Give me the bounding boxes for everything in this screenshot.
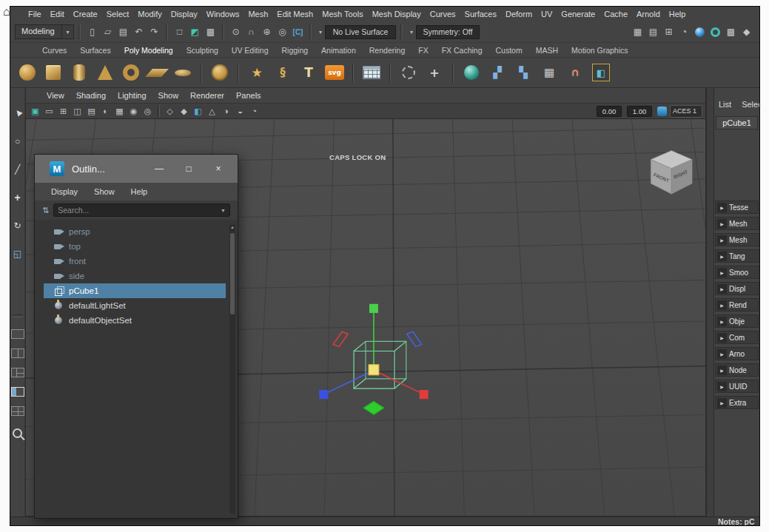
menu-set-dropdown[interactable]: Modeling ▾ bbox=[15, 24, 74, 39]
ae-section-header[interactable]: ▶ Tesse bbox=[715, 201, 759, 214]
outliner-menu-item[interactable]: Display bbox=[51, 187, 94, 196]
exposure-field[interactable]: 0.00 bbox=[597, 106, 622, 117]
panel-menu-item[interactable]: Show bbox=[152, 91, 185, 100]
curve-spiral-icon[interactable]: § bbox=[272, 59, 294, 86]
shelf-tab[interactable]: MASH bbox=[529, 46, 565, 55]
shelf-tab[interactable]: Curves bbox=[36, 46, 73, 55]
panel-menu-item[interactable]: Renderer bbox=[184, 91, 230, 100]
select-component-icon[interactable]: ▩ bbox=[204, 25, 218, 39]
combine-icon[interactable]: ▞ bbox=[486, 59, 508, 86]
menu-item[interactable]: Mesh Display bbox=[368, 10, 426, 18]
shelf-separator[interactable] bbox=[198, 59, 205, 86]
expand-arrow-icon[interactable]: ▶ bbox=[717, 317, 727, 326]
menu-item[interactable]: Arnold bbox=[632, 10, 665, 18]
center-pivot-icon[interactable]: + bbox=[423, 59, 446, 86]
yz-plane-handle[interactable] bbox=[333, 331, 348, 346]
ae-section-header[interactable]: ▶ Tang bbox=[715, 249, 759, 263]
expand-arrow-icon[interactable]: ▶ bbox=[717, 382, 727, 391]
x-axis-handle[interactable] bbox=[379, 373, 420, 392]
poly-disc-icon[interactable] bbox=[172, 59, 194, 86]
ae-section-header[interactable]: ▶ Mesh bbox=[715, 217, 759, 230]
wireframe-mode-icon[interactable]: ◇ bbox=[164, 105, 176, 118]
shelf-tab[interactable]: Custom bbox=[489, 46, 529, 55]
gate-mask-icon[interactable]: ◐ bbox=[99, 105, 112, 118]
view-transform-field[interactable]: ACES 1 bbox=[670, 105, 702, 118]
resolution-gate-icon[interactable]: ▤ bbox=[85, 105, 98, 118]
svg-tool-icon[interactable]: svg bbox=[323, 59, 346, 86]
outliner-item-defaultlightset[interactable]: defaultLightSet bbox=[44, 298, 226, 313]
shelf-tab[interactable]: Rigging bbox=[275, 46, 315, 55]
outliner-item-top[interactable]: top bbox=[44, 239, 226, 254]
symmetry-field[interactable]: Symmetry: Off bbox=[416, 25, 480, 39]
menu-item[interactable]: Create bbox=[69, 10, 102, 18]
lattice-icon[interactable]: ▦ bbox=[538, 59, 560, 86]
center-handle[interactable] bbox=[369, 365, 379, 375]
panel-menu-item[interactable]: Panels bbox=[230, 91, 267, 100]
shaded-mode-icon[interactable]: ◆ bbox=[178, 105, 190, 118]
shelf-tab[interactable]: Animation bbox=[315, 46, 363, 55]
chevron-down-icon[interactable]: ▾ bbox=[61, 25, 73, 38]
quick-render-icon[interactable]: ▤ bbox=[646, 25, 660, 39]
light-editor-icon[interactable]: ◆ bbox=[739, 25, 753, 39]
motion-blur-icon[interactable]: ◔ bbox=[248, 105, 261, 118]
ae-section-header[interactable]: ▶ Mesh bbox=[715, 233, 759, 246]
outliner-window[interactable]: M Outlin... —□× DisplayShowHelp ⇅ Search… bbox=[34, 154, 238, 519]
lasso-tool-icon[interactable]: ○ bbox=[12, 135, 24, 147]
home-icon[interactable]: ⌂ bbox=[3, 5, 10, 18]
sculpt-sphere-icon[interactable] bbox=[209, 59, 231, 86]
layout-three-pane-button[interactable] bbox=[11, 368, 24, 377]
ae-section-header[interactable]: ▶ Rend bbox=[715, 298, 759, 312]
view-cube[interactable]: FRONT RIGHT bbox=[651, 150, 692, 194]
safe-action-icon[interactable]: ◉ bbox=[127, 105, 140, 118]
gamma-field[interactable]: 1.00 bbox=[627, 106, 652, 117]
z-axis-tip[interactable] bbox=[319, 390, 328, 399]
ae-section-header[interactable]: ▶ Smoo bbox=[715, 266, 759, 279]
menu-item[interactable]: Edit bbox=[46, 10, 69, 18]
ae-section-header[interactable]: ▶ Extra bbox=[715, 396, 759, 409]
ae-section-header[interactable]: ▶ UUID bbox=[715, 380, 759, 393]
safe-title-icon[interactable]: ◎ bbox=[141, 105, 154, 118]
x-axis-tip[interactable] bbox=[420, 390, 429, 399]
expand-arrow-icon[interactable]: ▶ bbox=[717, 300, 727, 310]
expand-arrow-icon[interactable]: ▶ bbox=[717, 398, 727, 408]
hypershade-icon[interactable]: ▩ bbox=[724, 25, 738, 39]
render-sphere-icon[interactable] bbox=[693, 25, 707, 39]
outliner-item-side[interactable]: side bbox=[44, 269, 226, 283]
render-settings-icon[interactable]: ◔ bbox=[677, 25, 691, 39]
undo-icon[interactable]: ↶ bbox=[132, 25, 146, 39]
menu-item[interactable]: Windows bbox=[202, 10, 244, 18]
menu-item[interactable]: Modify bbox=[133, 10, 166, 18]
poly-plane-icon[interactable] bbox=[146, 59, 168, 86]
shelf-tab[interactable]: Poly Modeling bbox=[118, 46, 180, 55]
snap-to-grid-icon[interactable]: ⊙ bbox=[229, 25, 243, 39]
outliner-titlebar[interactable]: M Outlin... —□× bbox=[35, 155, 238, 183]
menu-item[interactable]: Display bbox=[167, 10, 202, 18]
active-tool-icon[interactable]: ◧ bbox=[590, 59, 612, 86]
panel-menu-item[interactable]: Lighting bbox=[112, 91, 152, 100]
curve-star-icon[interactable]: ★ bbox=[246, 59, 268, 86]
maximize-button[interactable]: □ bbox=[183, 164, 195, 174]
ao-icon[interactable]: ◒ bbox=[234, 105, 246, 118]
magnet-snap-icon[interactable]: ∩ bbox=[564, 59, 586, 86]
outliner-item-front[interactable]: front bbox=[44, 254, 226, 269]
minimize-button[interactable]: — bbox=[153, 164, 165, 174]
search-input[interactable]: Search... ▼ bbox=[53, 203, 230, 217]
shelf-tab[interactable]: FX Caching bbox=[435, 46, 489, 55]
outliner-menu-item[interactable]: Show bbox=[94, 187, 131, 196]
xz-plane-handle[interactable] bbox=[363, 401, 384, 414]
ae-node-tab[interactable]: pCube1 bbox=[716, 116, 758, 129]
menu-item[interactable]: Surfaces bbox=[460, 10, 501, 18]
shelf-separator[interactable] bbox=[235, 59, 242, 86]
xy-plane-handle[interactable] bbox=[407, 331, 422, 346]
ipr-render-icon[interactable]: ⊞ bbox=[662, 25, 676, 39]
menu-item[interactable]: UV bbox=[537, 10, 557, 18]
menu-item[interactable]: Deform bbox=[501, 10, 537, 18]
layout-outliner-persp-button[interactable] bbox=[11, 387, 24, 397]
expand-arrow-icon[interactable]: ▶ bbox=[717, 235, 727, 245]
select-hierarchy-icon[interactable]: □ bbox=[172, 25, 187, 39]
selected-view-icon[interactable]: ▣ bbox=[29, 105, 41, 118]
ae-menu-item[interactable]: List bbox=[719, 100, 731, 109]
expand-arrow-icon[interactable]: ▶ bbox=[717, 366, 727, 375]
chevron-down-icon[interactable]: ▼ bbox=[221, 208, 226, 213]
layout-single-pane-button[interactable] bbox=[11, 329, 24, 339]
